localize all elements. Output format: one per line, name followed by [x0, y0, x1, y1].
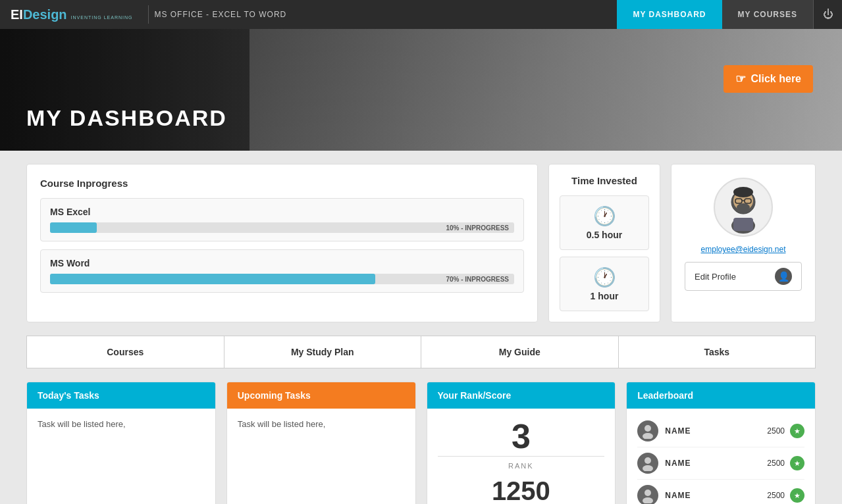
svg-point-10	[643, 433, 653, 439]
todays-tasks-text: Task will be listed here,	[38, 419, 205, 429]
courses-card-title: Course Inprogress	[40, 178, 524, 189]
leader-name-1: NAME	[665, 426, 767, 436]
tabs-row: Courses My Study Plan My Guide Tasks	[26, 336, 816, 368]
leaderboard-header: Leaderboard	[627, 382, 815, 409]
course-item-excel: MS Excel 10% - INPROGRESS	[40, 198, 524, 241]
todays-tasks-card: Today's Tasks Task will be listed here,	[26, 382, 216, 504]
profile-card: employee@eidesign.net Edit Profile 👤	[671, 164, 816, 322]
navbar: EIDesign INVENTING LEARNING MS OFFICE - …	[0, 0, 842, 29]
score-number: 1250	[438, 476, 605, 504]
nav-course-title: MS OFFICE - EXCEL TO WORD	[154, 10, 286, 19]
progress-label-excel: 10% - INPROGRESS	[446, 224, 509, 232]
leader-avatar-1	[637, 420, 658, 441]
logo-text: EIDesign	[11, 7, 67, 22]
leader-badge-3: ★	[790, 488, 804, 503]
main-content: Course Inprogress MS Excel 10% - INPROGR…	[0, 151, 842, 504]
rank-number: 3	[438, 419, 605, 453]
bottom-grid: Today's Tasks Task will be listed here, …	[26, 382, 816, 504]
svg-point-13	[645, 490, 651, 496]
tab-my-guide[interactable]: My Guide	[421, 336, 618, 368]
edit-profile-icon: 👤	[775, 268, 792, 285]
upcoming-tasks-card: Upcoming Tasks Task will be listed here,	[226, 382, 416, 504]
rank-score-body: 3 RANK 1250	[427, 409, 616, 504]
my-courses-button[interactable]: MY COURSES	[722, 0, 813, 29]
upcoming-tasks-body: Task will be listed here,	[227, 409, 415, 440]
upcoming-tasks-header: Upcoming Tasks	[227, 382, 415, 409]
tab-courses[interactable]: Courses	[26, 336, 224, 368]
leaderboard-card: Leaderboard NAME 2500 ★ NAME	[626, 382, 816, 504]
avatar	[714, 178, 773, 237]
todays-tasks-header: Today's Tasks	[27, 382, 215, 409]
svg-point-14	[643, 497, 653, 503]
leader-name-3: NAME	[665, 491, 767, 500]
nav-divider	[148, 5, 149, 24]
leader-score-3: 2500	[767, 491, 785, 500]
leaderboard-body: NAME 2500 ★ NAME 2500 ★	[627, 409, 815, 504]
leader-score-2: 2500	[767, 459, 785, 468]
time-card-title: Time Invested	[560, 175, 649, 186]
progress-bar-excel-bg: 10% - INPROGRESS	[50, 222, 514, 233]
clock-icon-2: 🕐	[593, 266, 616, 288]
time-block-half: 🕐 0.5 hour	[560, 195, 649, 250]
leader-name-2: NAME	[665, 459, 767, 468]
leader-avatar-2	[637, 453, 658, 474]
hero-section: MY DASHBOARD ☞ Click here	[0, 29, 842, 151]
course-item-word: MS Word 70% - INPROGRESS	[40, 249, 524, 293]
tab-study-plan[interactable]: My Study Plan	[224, 336, 421, 368]
edit-profile-label: Edit Profile	[695, 272, 736, 282]
leader-avatar-icon-3	[640, 488, 656, 503]
power-button[interactable]: ⏻	[813, 0, 842, 29]
svg-point-12	[643, 465, 653, 471]
logo: EIDesign INVENTING LEARNING	[0, 7, 143, 22]
leader-badge-2: ★	[790, 456, 804, 470]
leader-row-1: NAME 2500 ★	[637, 415, 804, 447]
time-card: Time Invested 🕐 0.5 hour 🕐 1 hour	[548, 164, 660, 322]
svg-point-11	[645, 457, 651, 464]
leader-row-3: NAME 2500 ★	[637, 480, 804, 504]
hero-click-icon: ☞	[735, 72, 746, 86]
power-icon: ⏻	[823, 9, 833, 20]
my-dashboard-button[interactable]: MY DASHBOARD	[617, 0, 722, 29]
rank-score-card: Your Rank/Score 3 RANK 1250	[427, 382, 616, 504]
rank-score-header: Your Rank/Score	[427, 382, 616, 409]
rank-label: RANK	[438, 456, 605, 470]
leader-row-2: NAME 2500 ★	[637, 447, 804, 480]
svg-point-6	[737, 203, 750, 211]
courses-card: Course Inprogress MS Excel 10% - INPROGR…	[26, 164, 538, 322]
tabs-row-container: ☞ Click here Courses My Study Plan My Gu…	[26, 336, 816, 368]
hero-click-label: Click here	[751, 73, 801, 85]
progress-bar-word-fill	[50, 274, 375, 284]
todays-tasks-body: Task will be listed here,	[27, 409, 215, 440]
progress-label-word: 70% - INPROGRESS	[446, 276, 509, 283]
svg-point-9	[645, 425, 651, 432]
leader-avatar-icon-1	[640, 423, 656, 439]
hero-click-here-button[interactable]: ☞ Click here	[724, 65, 813, 93]
avatar-illustration	[717, 181, 770, 234]
course-name-excel: MS Excel	[50, 207, 514, 217]
time-value-one: 1 hour	[591, 291, 619, 301]
time-value-half: 0.5 hour	[587, 230, 622, 240]
tab-tasks[interactable]: Tasks	[618, 336, 816, 368]
clock-icon-1: 🕐	[593, 205, 616, 227]
leader-avatar-icon-2	[640, 455, 656, 471]
svg-point-2	[733, 187, 753, 197]
course-name-word: MS Word	[50, 258, 514, 268]
svg-rect-8	[733, 218, 753, 231]
edit-profile-button[interactable]: Edit Profile 👤	[685, 262, 802, 291]
profile-email[interactable]: employee@eidesign.net	[701, 245, 786, 254]
progress-bar-word-bg: 70% - INPROGRESS	[50, 274, 514, 284]
time-block-one: 🕐 1 hour	[560, 257, 649, 311]
logo-sub: INVENTING LEARNING	[71, 15, 133, 20]
leader-badge-1: ★	[790, 424, 804, 438]
upcoming-tasks-text: Task will be listed here,	[238, 419, 405, 429]
hero-title: MY DASHBOARD	[0, 105, 253, 151]
top-section: Course Inprogress MS Excel 10% - INPROGR…	[26, 164, 816, 322]
progress-bar-excel-fill	[50, 222, 97, 233]
leader-score-1: 2500	[767, 426, 785, 436]
nav-right: MY DASHBOARD MY COURSES ⏻	[617, 0, 842, 29]
leader-avatar-3	[637, 485, 658, 504]
